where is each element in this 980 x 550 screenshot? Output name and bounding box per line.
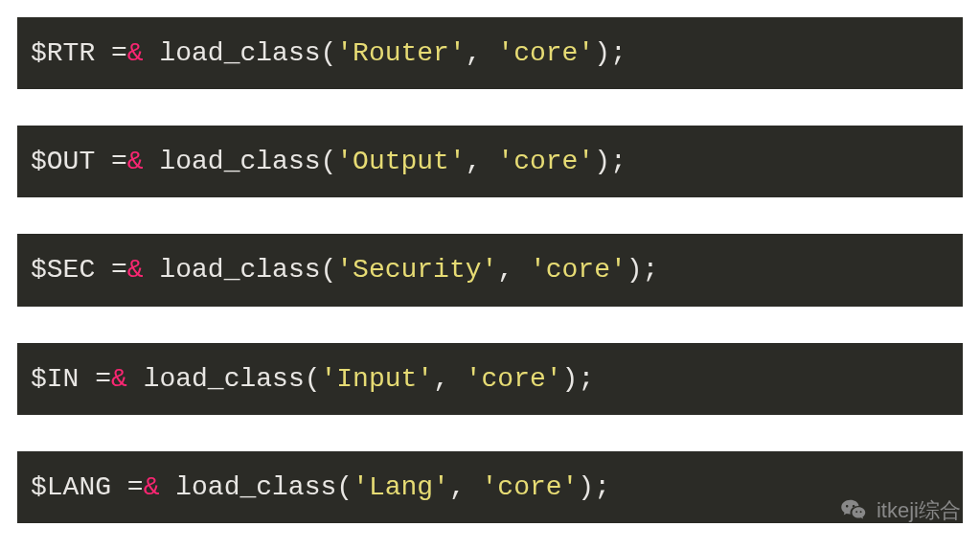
wechat-icon [840, 496, 869, 525]
space-token [127, 364, 144, 394]
watermark-label: itkeji综合 [877, 496, 961, 525]
function-token: load_class [159, 38, 320, 68]
reference-token: & [111, 364, 127, 394]
semicolon-token: ; [610, 147, 627, 176]
space-token [144, 38, 160, 68]
paren-close: ) [578, 472, 594, 502]
comma-token: , [497, 255, 530, 285]
code-snippet-rtr: $RTR =& load_class('Router', 'core'); [17, 17, 963, 89]
reference-token: & [127, 255, 144, 285]
string-token: 'Input' [321, 364, 434, 394]
string-token: 'core' [497, 38, 594, 68]
paren-open: ( [336, 472, 353, 502]
comma-token: , [433, 364, 466, 394]
paren-open: ( [305, 364, 321, 394]
semicolon-token: ; [578, 364, 594, 394]
variable-token: $OUT [31, 147, 95, 176]
operator-token: = [95, 255, 127, 285]
semicolon-token: ; [610, 38, 627, 68]
reference-token: & [127, 147, 144, 176]
watermark: itkeji综合 [840, 496, 961, 525]
semicolon-token: ; [594, 472, 610, 502]
space-token [144, 147, 160, 176]
string-token: 'Output' [336, 147, 465, 176]
reference-token: & [127, 38, 144, 68]
reference-token: & [144, 472, 160, 502]
operator-token: = [95, 147, 127, 176]
operator-token: = [79, 364, 111, 394]
string-token: 'Lang' [353, 472, 449, 502]
paren-open: ( [320, 38, 336, 68]
paren-close: ) [594, 147, 610, 176]
function-token: load_class [144, 364, 305, 394]
code-snippet-lang: $LANG =& load_class('Lang', 'core'); [17, 451, 963, 523]
function-token: load_class [159, 147, 320, 176]
operator-token: = [95, 38, 127, 68]
string-token: 'Router' [336, 38, 465, 68]
function-token: load_class [175, 472, 336, 502]
variable-token: $SEC [31, 255, 95, 285]
paren-open: ( [320, 255, 336, 285]
code-snippet-out: $OUT =& load_class('Output', 'core'); [17, 126, 963, 197]
function-token: load_class [159, 255, 320, 285]
space-token [144, 255, 160, 285]
string-token: 'core' [482, 472, 579, 502]
string-token: 'Security' [336, 255, 497, 285]
variable-token: $RTR [31, 38, 95, 68]
code-snippet-in: $IN =& load_class('Input', 'core'); [17, 343, 963, 415]
variable-token: $LANG [31, 472, 111, 502]
paren-open: ( [320, 147, 336, 176]
paren-close: ) [594, 38, 610, 68]
comma-token: , [466, 38, 498, 68]
comma-token: , [449, 472, 482, 502]
variable-token: $IN [31, 364, 79, 394]
string-token: 'core' [466, 364, 562, 394]
semicolon-token: ; [643, 255, 659, 285]
code-snippet-sec: $SEC =& load_class('Security', 'core'); [17, 234, 963, 306]
paren-close: ) [562, 364, 579, 394]
string-token: 'core' [497, 147, 594, 176]
comma-token: , [466, 147, 498, 176]
space-token [159, 472, 175, 502]
string-token: 'core' [530, 255, 627, 285]
operator-token: = [111, 472, 144, 502]
paren-close: ) [627, 255, 643, 285]
